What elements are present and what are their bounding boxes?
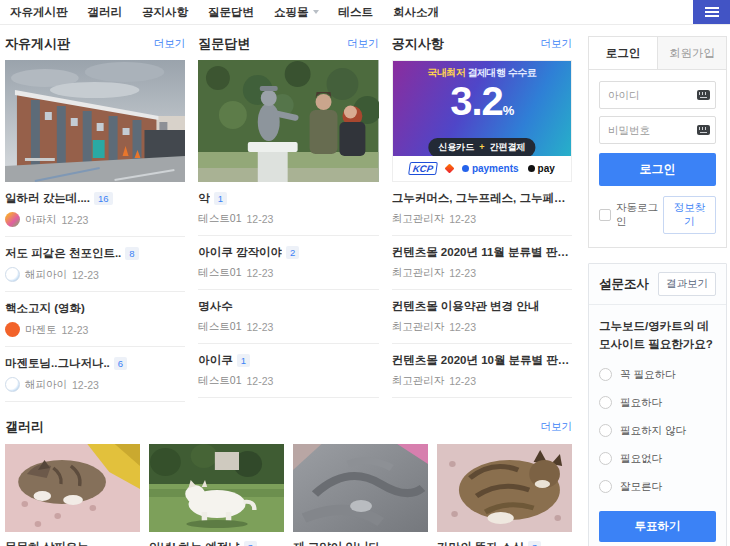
nav-item-qna[interactable]: 질문답변 bbox=[208, 5, 254, 20]
comment-count-badge: 1 bbox=[237, 354, 250, 367]
post-link[interactable]: 악 1 bbox=[198, 191, 378, 206]
nav-item-company[interactable]: 회사소개 bbox=[393, 5, 439, 20]
nav-item-test[interactable]: 테스트 bbox=[339, 5, 374, 20]
post-link[interactable]: 핵소고지 (영화) bbox=[5, 301, 185, 316]
post-link[interactable]: 아이쿠 깜작이야 2 bbox=[198, 245, 378, 260]
post-link[interactable]: 그누커머스, 그누프레스, 그누페이 공식지원... bbox=[392, 191, 572, 206]
survey-option[interactable]: 잘모른다 bbox=[599, 480, 716, 494]
pill-plus: + bbox=[479, 142, 484, 152]
survey-option-label: 필요없다 bbox=[620, 452, 662, 466]
more-link[interactable]: 더보기 bbox=[541, 420, 573, 434]
post-title: 아이쿠 깜작이야 bbox=[198, 245, 282, 260]
post-link[interactable]: 일하러 갔는데.... 16 bbox=[5, 191, 185, 206]
post-title: 일하러 갔는데.... bbox=[5, 191, 90, 206]
radio-icon[interactable] bbox=[599, 480, 612, 493]
gallery-post-link[interactable]: 안녕! 하는 예절냥 3 bbox=[149, 540, 284, 546]
post-title: 저도 피같은 천포인트.. bbox=[5, 246, 121, 261]
board-free-thumbnail[interactable] bbox=[5, 60, 185, 182]
checkbox-icon[interactable] bbox=[599, 209, 611, 221]
post-author: 아파치 bbox=[25, 213, 57, 227]
survey-results-button[interactable]: 결과보기 bbox=[658, 272, 716, 296]
survey-option[interactable]: 필요없다 bbox=[599, 452, 716, 466]
survey-option[interactable]: 꼭 필요하다 bbox=[599, 368, 716, 382]
post-meta: 최고관리자 12-23 bbox=[392, 212, 572, 226]
radio-icon[interactable] bbox=[599, 396, 612, 409]
post-item: 명사수 테스트01 12-23 bbox=[198, 290, 378, 344]
sidebar: 로그인 회원가입 로그인 자동로그인 정보찾기 bbox=[588, 36, 727, 546]
post-item: 그누커머스, 그누프레스, 그누페이 공식지원... 최고관리자 12-23 bbox=[392, 182, 572, 236]
board-free: 자유게시판 더보기 bbox=[5, 36, 185, 402]
radio-icon[interactable] bbox=[599, 452, 612, 465]
radio-icon[interactable] bbox=[599, 368, 612, 381]
survey-option-label: 필요하지 않다 bbox=[620, 424, 686, 438]
post-date: 12-23 bbox=[247, 213, 274, 225]
tab-login[interactable]: 로그인 bbox=[589, 37, 657, 69]
banner-gradient: 국내최저 결제대행 수수료 3.2% 신용카드+간편결제 bbox=[393, 61, 571, 156]
survey-body: 그누보드/영카트의 데모사이트 필요한가요? 꼭 필요하다 필요하다 필요하지 … bbox=[589, 305, 726, 546]
post-author: 테스트01 bbox=[198, 266, 241, 280]
kcp-logo: KCP bbox=[408, 162, 438, 175]
gallery-header: 갤러리 더보기 bbox=[5, 419, 572, 435]
more-link[interactable]: 더보기 bbox=[540, 37, 572, 51]
post-item: 컨텐츠몰 2020년 10월 분류별 판매현황 최고관리자 12-23 bbox=[392, 344, 572, 398]
cat-photo-curled-tabby bbox=[437, 444, 572, 532]
post-meta: 해피아이 12-23 bbox=[5, 377, 185, 392]
board-qna: 질문답변 더보기 bbox=[198, 36, 378, 402]
nav-item-shop[interactable]: 쇼핑몰 bbox=[274, 5, 319, 20]
top-navigation: 자유게시판 갤러리 공지사항 질문답변 쇼핑몰 테스트 회사소개 bbox=[0, 0, 730, 25]
post-link[interactable]: 컨텐츠몰 2020년 10월 분류별 판매현황 bbox=[392, 353, 572, 368]
pw-field-wrap bbox=[599, 116, 716, 144]
post-link[interactable]: 컨텐츠몰 이용약관 변경 안내 bbox=[392, 299, 572, 314]
login-button[interactable]: 로그인 bbox=[599, 153, 716, 186]
survey-question: 그누보드/영카트의 데모사이트 필요한가요? bbox=[599, 318, 716, 354]
auto-login-label: 자동로그인 bbox=[616, 201, 663, 229]
gallery-thumbnail[interactable] bbox=[5, 444, 140, 532]
more-link[interactable]: 더보기 bbox=[347, 37, 379, 51]
post-link[interactable]: 아이쿠 1 bbox=[198, 353, 378, 368]
post-author: 최고관리자 bbox=[392, 374, 445, 388]
gallery-post-link[interactable]: 제 고양이 입니다 bbox=[293, 540, 428, 546]
gallery-thumbnail[interactable] bbox=[293, 444, 428, 532]
notice-banner[interactable]: 국내최저 결제대행 수수료 3.2% 신용카드+간편결제 KCP payment… bbox=[392, 60, 572, 182]
post-link[interactable]: 마젠토님..그나저나.. 6 bbox=[5, 356, 185, 371]
post-date: 12-23 bbox=[449, 321, 476, 333]
post-item: 아이쿠 깜작이야 2 테스트01 12-23 bbox=[198, 236, 378, 290]
tab-join[interactable]: 회원가입 bbox=[657, 37, 726, 69]
post-link[interactable]: 저도 피같은 천포인트.. 8 bbox=[5, 246, 185, 261]
survey-box: 설문조사 결과보기 그누보드/영카트의 데모사이트 필요한가요? 꼭 필요하다 … bbox=[588, 263, 727, 546]
nav-item-free-board[interactable]: 자유게시판 bbox=[10, 5, 68, 20]
vote-button[interactable]: 투표하기 bbox=[599, 511, 716, 542]
radio-icon[interactable] bbox=[599, 424, 612, 437]
survey-option[interactable]: 필요하다 bbox=[599, 396, 716, 410]
board-qna-thumbnail[interactable] bbox=[198, 60, 378, 182]
nav-item-gallery[interactable]: 갤러리 bbox=[88, 5, 123, 20]
post-item: 컨텐츠몰 2020년 11월 분류별 판매현황 최고관리자 12-23 bbox=[392, 236, 572, 290]
banner-pill: 신용카드+간편결제 bbox=[428, 138, 535, 156]
payment-logo-mark bbox=[444, 164, 454, 174]
survey-option[interactable]: 필요하지 않다 bbox=[599, 424, 716, 438]
board-free-header: 자유게시판 더보기 bbox=[5, 36, 185, 52]
gallery-thumbnail[interactable] bbox=[437, 444, 572, 532]
post-title: 악 bbox=[198, 191, 210, 206]
gallery-post-link[interactable]: 간만의 뚱자 소식 3 bbox=[437, 540, 572, 546]
nav-item-label: 자유게시판 bbox=[10, 5, 68, 20]
menu-button[interactable] bbox=[693, 0, 730, 24]
post-link[interactable]: 컨텐츠몰 2020년 11월 분류별 판매현황 bbox=[392, 245, 572, 260]
login-footer: 자동로그인 정보찾기 bbox=[599, 196, 716, 234]
banner-headline-rest: 결제대행 수수료 bbox=[465, 67, 536, 78]
post-link[interactable]: 명사수 bbox=[198, 299, 378, 314]
nav-item-notice[interactable]: 공지사항 bbox=[142, 5, 188, 20]
comment-count-badge: 3 bbox=[528, 541, 541, 546]
auto-login-toggle[interactable]: 자동로그인 bbox=[599, 201, 663, 229]
post-item: 일하러 갔는데.... 16 아파치 12-23 bbox=[5, 182, 185, 237]
keyboard-icon bbox=[697, 90, 710, 100]
find-info-button[interactable]: 정보찾기 bbox=[663, 196, 716, 234]
post-date: 12-23 bbox=[247, 267, 274, 279]
post-date: 12-23 bbox=[62, 214, 89, 226]
post-title: 그누커머스, 그누프레스, 그누페이 공식지원... bbox=[392, 191, 572, 206]
more-link[interactable]: 더보기 bbox=[154, 37, 186, 51]
section-title: 공지사항 bbox=[392, 35, 444, 53]
gallery-post-title: 묵묵히 살찌우는 bbox=[5, 540, 89, 546]
gallery-thumbnail[interactable] bbox=[149, 444, 284, 532]
gallery-post-link[interactable]: 묵묵히 살찌우는 bbox=[5, 540, 140, 546]
